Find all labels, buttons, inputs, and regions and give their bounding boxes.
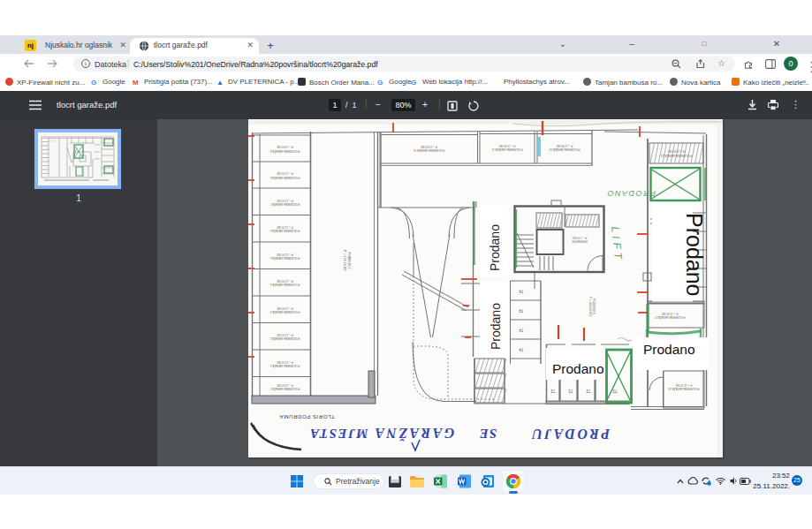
svg-text:PODZEMNA GARAŽA 3: PODZEMNA GARAŽA 3 <box>270 310 300 314</box>
svg-text:PODZEMNA GARAŽA 6: PODZEMNA GARAŽA 6 <box>270 176 300 180</box>
svg-text:Prodano: Prodano <box>682 213 707 297</box>
svg-text:74: 74 <box>519 308 524 313</box>
svg-text:73: 73 <box>568 389 573 393</box>
svg-text:PODRUM 1: PODRUM 1 <box>592 299 596 314</box>
svg-text:GARAŽNA: GARAŽNA <box>373 426 454 442</box>
svg-text:Prodano: Prodano <box>489 303 503 350</box>
svg-text:P = 12.10 M2: P = 12.10 M2 <box>676 383 693 387</box>
svg-text:P = 12.00 M2: P = 12.00 M2 <box>277 225 293 229</box>
svg-text:PODZEMNA GARAŽA 11: PODZEMNA GARAŽA 11 <box>491 147 522 152</box>
svg-text:P = 7.00 M2: P = 7.00 M2 <box>572 236 587 239</box>
svg-text:PODZEMNA GARAŽA 8: PODZEMNA GARAŽA 8 <box>270 149 300 154</box>
svg-text:SE: SE <box>479 427 497 441</box>
svg-text:PRODAJU: PRODAJU <box>530 427 611 442</box>
svg-text:PODZEMNA GARAŽA 5: PODZEMNA GARAŽA 5 <box>270 256 300 261</box>
svg-text:Prodano: Prodano <box>643 342 695 357</box>
svg-text:PODZEMNA GARAŽA 1: PODZEMNA GARAŽA 1 <box>270 387 300 391</box>
svg-text:P = 13.00 M2: P = 13.00 M2 <box>277 145 293 148</box>
svg-text:P = 12.00 M2: P = 12.00 M2 <box>277 199 293 202</box>
svg-text:P = 15.00 M2: P = 15.00 M2 <box>421 145 437 148</box>
svg-text:74: 74 <box>519 328 524 332</box>
svg-text:SPREMIŠTE: SPREMIŠTE <box>572 239 588 244</box>
svg-text:PODZEMNA GARAŽA 1: PODZEMNA GARAŽA 1 <box>270 364 300 368</box>
svg-text:P = 156.56 M2: P = 156.56 M2 <box>343 250 346 270</box>
svg-text:Prodano: Prodano <box>552 361 604 376</box>
svg-text:P + 165.66 M2: P + 165.66 M2 <box>588 297 592 316</box>
svg-text:Prodano: Prodano <box>488 224 502 271</box>
svg-text:P = 12.00 M2: P = 12.00 M2 <box>277 360 293 364</box>
svg-text:PODZEMNA GARAŽA 4: PODZEMNA GARAŽA 4 <box>270 283 300 287</box>
svg-text:PODZEMNA GARAŽA 10: PODZEMNA GARAŽA 10 <box>414 148 444 153</box>
svg-text:PRODANO: PRODANO <box>606 189 656 198</box>
svg-text:P = 12.00 M2: P = 12.00 M2 <box>277 279 293 283</box>
svg-text:P = 12.00 M2: P = 12.00 M2 <box>277 253 293 256</box>
svg-text:TLORIS PODRUMA: TLORIS PODRUMA <box>279 414 335 420</box>
svg-text:73: 73 <box>550 389 556 393</box>
svg-text:P = 12.00 M2: P = 12.00 M2 <box>277 306 293 310</box>
svg-text:PODRUM 2: PODRUM 2 <box>347 253 351 269</box>
svg-text:P = 12.90 M2: P = 12.90 M2 <box>557 144 573 147</box>
svg-text:PODZEMNA GARAŽA 12: PODZEMNA GARAŽA 12 <box>549 147 580 152</box>
svg-text:74: 74 <box>519 289 524 293</box>
svg-text:P = 14.00 M2: P = 14.00 M2 <box>277 383 293 387</box>
svg-text:PODZEMNA GARAŽA 13: PODZEMNA GARAŽA 13 <box>661 154 692 158</box>
svg-text:PODZEMNA GARAŽA 6: PODZEMNA GARAŽA 6 <box>270 229 300 233</box>
svg-text:74: 74 <box>519 347 524 351</box>
svg-text:MJESTA: MJESTA <box>308 427 368 441</box>
svg-text:P = 15.00 M2: P = 15.00 M2 <box>668 149 685 153</box>
svg-text:P = 12.90 M2: P = 12.90 M2 <box>662 312 679 315</box>
svg-text:73: 73 <box>586 389 591 393</box>
svg-text:PODZEMNA GARAŽA 2: PODZEMNA GARAŽA 2 <box>270 336 300 341</box>
svg-text:PODZEMNA GARAŽA 18: PODZEMNA GARAŽA 18 <box>668 387 699 391</box>
svg-text:P = 12.00 M2: P = 12.00 M2 <box>277 333 293 336</box>
svg-text:PODZEMNA GARAŽA 17: PODZEMNA GARAŽA 17 <box>654 315 685 320</box>
svg-text:P = 12.30 M2: P = 12.30 M2 <box>499 144 516 147</box>
svg-text:73: 73 <box>612 389 618 393</box>
svg-text:P = 12.00 M2: P = 12.00 M2 <box>277 171 293 175</box>
svg-text:PODZEMNA GARAŽA 7: PODZEMNA GARAŽA 7 <box>270 202 300 207</box>
